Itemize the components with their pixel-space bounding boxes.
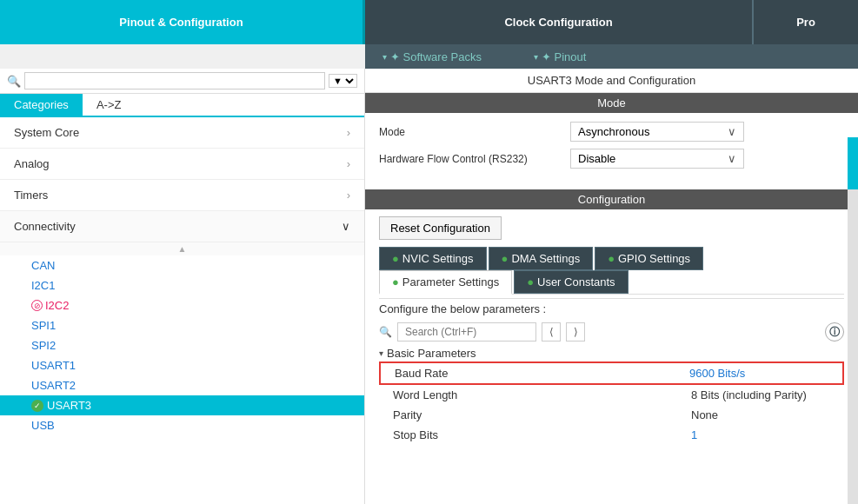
error-icon: ⊘ <box>31 300 43 311</box>
mode-row: Mode Asynchronous ∨ <box>379 122 844 142</box>
sidebar-item-connectivity[interactable]: Connectivity ∨ <box>0 211 364 242</box>
param-value-word-length: 8 Bits (including Parity) <box>691 388 830 401</box>
param-name-stop-bits: Stop Bits <box>393 428 691 441</box>
hw-flow-label: Hardware Flow Control (RS232) <box>379 153 570 165</box>
subitem-spi2[interactable]: SPI2 <box>0 335 364 355</box>
param-value-parity: None <box>691 408 830 421</box>
search-dropdown[interactable]: ▼ <box>329 74 357 88</box>
subitem-i2c1[interactable]: I2C1 <box>0 275 364 295</box>
tab-user-constants[interactable]: ● User Constants <box>514 270 628 294</box>
check-icon: ✓ <box>31 400 43 412</box>
mode-label: Mode <box>379 126 570 138</box>
chevron-down-icon2: ▾ <box>534 52 538 62</box>
config-content: Reset Configuration ● NVIC Settings ● DM… <box>365 209 858 504</box>
subitem-spi1[interactable]: SPI1 <box>0 315 364 335</box>
params-next-btn[interactable]: ⟩ <box>566 322 585 342</box>
tab-dma[interactable]: ● DMA Settings <box>489 247 594 270</box>
subitem-usb[interactable]: USB <box>0 415 364 435</box>
param-row-stop-bits[interactable]: Stop Bits 1 <box>379 425 844 445</box>
search-input[interactable] <box>24 72 325 90</box>
content-title: USART3 Mode and Configuration <box>365 69 858 93</box>
mode-content: Mode Asynchronous ∨ Hardware Flow Contro… <box>365 113 858 184</box>
sidebar-tabs: Categories A->Z <box>0 94 364 117</box>
tab-nvic[interactable]: ● NVIC Settings <box>379 247 487 270</box>
header-clock[interactable]: Clock Configuration <box>365 0 754 44</box>
search-bar: 🔍 ▼ <box>0 69 364 94</box>
tab-atoz[interactable]: A->Z <box>83 94 136 116</box>
subitem-usart1[interactable]: USART1 <box>0 355 364 375</box>
hw-flow-select[interactable]: Disable ∨ <box>570 149 744 169</box>
subitem-usart2[interactable]: USART2 <box>0 375 364 395</box>
param-name-parity: Parity <box>393 408 691 421</box>
header-pro[interactable]: Pro <box>754 0 858 44</box>
chevron-down-icon3: ∨ <box>342 220 350 233</box>
param-value-stop-bits: 1 <box>691 428 830 441</box>
reset-config-button[interactable]: Reset Configuration <box>379 216 502 240</box>
content-area: USART3 Mode and Configuration Mode Mode … <box>365 69 858 504</box>
chevron-down-icon: ▾ <box>382 52 387 62</box>
subitem-usart3[interactable]: ✓ USART3 <box>0 395 364 415</box>
sidebar-item-timers[interactable]: Timers › <box>0 180 364 211</box>
param-value-baud-rate: 9600 Bits/s <box>689 367 828 380</box>
config-tabs-row2: ● Parameter Settings ● User Constants <box>379 270 844 295</box>
param-row-word-length[interactable]: Word Length 8 Bits (including Parity) <box>379 385 844 405</box>
sidebar-item-system-core[interactable]: System Core › <box>0 117 364 149</box>
subitem-i2c2[interactable]: ⊘ I2C2 <box>0 295 364 315</box>
nvic-check-icon: ● <box>392 252 399 265</box>
dma-check-icon: ● <box>502 252 509 265</box>
chevron-right-icon: › <box>347 126 350 139</box>
param-name-baud-rate: Baud Rate <box>395 367 689 380</box>
params-prev-btn[interactable]: ⟨ <box>542 322 561 342</box>
basic-params-group-header[interactable]: ▾ Basic Parameters <box>379 345 844 361</box>
group-chevron-icon: ▾ <box>379 348 383 358</box>
scrollbar-thumb[interactable] <box>848 137 858 189</box>
params-search-input[interactable] <box>397 322 536 342</box>
search-icon: 🔍 <box>7 75 21 88</box>
mode-select[interactable]: Asynchronous ∨ <box>570 122 744 142</box>
software-packs-btn[interactable]: ▾ ✦ Software Packs <box>365 44 499 69</box>
hw-flow-row: Hardware Flow Control (RS232) Disable ∨ <box>379 149 844 169</box>
select-chevron2: ∨ <box>728 152 736 165</box>
params-search-row: 🔍 ⟨ ⟩ ⓘ <box>379 319 844 345</box>
param-row-parity[interactable]: Parity None <box>379 405 844 425</box>
gpio-check-icon: ● <box>608 252 615 265</box>
param-name-word-length: Word Length <box>393 388 691 401</box>
param-row-baud-rate[interactable]: Baud Rate 9600 Bits/s <box>379 361 844 385</box>
mode-section-header: Mode <box>365 93 858 113</box>
pinout-btn[interactable]: ▾ ✦ Pinout <box>516 44 603 69</box>
subitem-can[interactable]: CAN <box>0 255 364 275</box>
params-header: Configure the below parameters : <box>379 298 844 319</box>
params-info-btn[interactable]: ⓘ <box>825 322 844 342</box>
tab-categories[interactable]: Categories <box>0 94 83 116</box>
config-section-header: Configuration <box>365 189 858 209</box>
config-tabs-row1: ● NVIC Settings ● DMA Settings ● GPIO Se… <box>379 247 844 270</box>
header-pinout[interactable]: Pinout & Configuration <box>0 0 365 44</box>
params-search-icon: 🔍 <box>379 326 392 338</box>
tab-parameter-settings[interactable]: ● Parameter Settings <box>379 270 512 295</box>
sidebar: 🔍 ▼ Categories A->Z System Core › <box>0 69 365 504</box>
basic-params-group: ▾ Basic Parameters Baud Rate 9600 Bits/s… <box>379 345 844 445</box>
sidebar-content: System Core › Analog › Timers › Connecti… <box>0 117 364 504</box>
select-chevron: ∨ <box>728 125 736 138</box>
scrollbar[interactable] <box>848 137 858 504</box>
chevron-right-icon2: › <box>347 157 350 170</box>
expand-indicator: ▲ <box>178 244 187 254</box>
chevron-right-icon3: › <box>347 189 350 202</box>
user-check-icon: ● <box>527 275 534 288</box>
sidebar-item-analog[interactable]: Analog › <box>0 149 364 180</box>
param-check-icon: ● <box>392 275 399 288</box>
tab-gpio[interactable]: ● GPIO Settings <box>595 247 703 270</box>
